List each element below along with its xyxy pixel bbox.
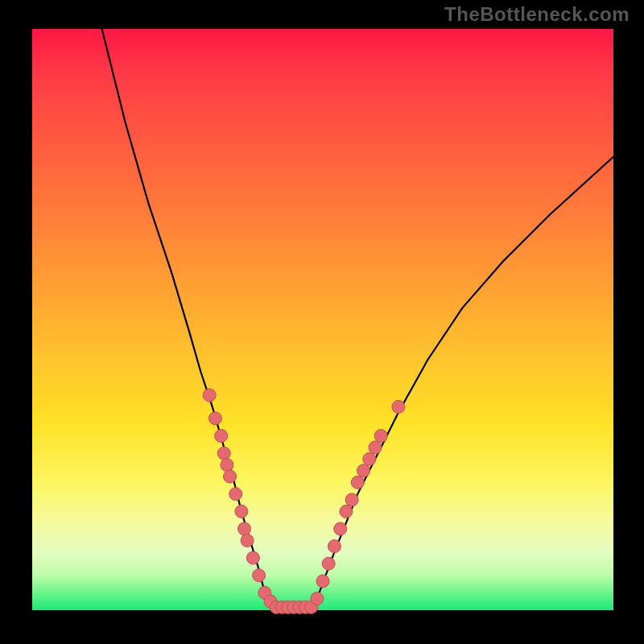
marker-dot <box>340 505 353 518</box>
marker-dot <box>374 429 387 442</box>
curve-left-branch <box>102 29 277 610</box>
marker-dot <box>203 389 216 402</box>
chart-frame: TheBottleneck.com <box>0 0 644 644</box>
curve-svg <box>32 29 613 610</box>
marker-dot <box>246 551 259 564</box>
watermark-text: TheBottleneck.com <box>444 3 630 26</box>
marker-dot <box>238 522 251 535</box>
marker-dot <box>392 400 405 413</box>
plot-area <box>32 29 613 610</box>
marker-group <box>203 389 405 614</box>
marker-dot <box>334 522 347 535</box>
marker-dot <box>221 459 233 472</box>
marker-dot <box>253 569 266 582</box>
marker-dot <box>369 441 382 454</box>
marker-dot <box>322 557 335 570</box>
marker-dot <box>328 540 341 553</box>
marker-dot <box>229 488 242 501</box>
marker-dot <box>357 464 370 477</box>
marker-dot <box>215 429 228 442</box>
marker-dot <box>224 470 237 483</box>
marker-dot <box>235 505 248 518</box>
marker-dot <box>316 575 329 588</box>
marker-dot <box>351 476 364 489</box>
marker-dot <box>217 447 230 460</box>
marker-dot <box>363 452 376 465</box>
curve-right-branch <box>312 157 613 610</box>
marker-dot <box>311 592 324 605</box>
marker-dot <box>208 412 221 425</box>
marker-dot <box>241 534 254 547</box>
marker-dot <box>345 493 358 506</box>
